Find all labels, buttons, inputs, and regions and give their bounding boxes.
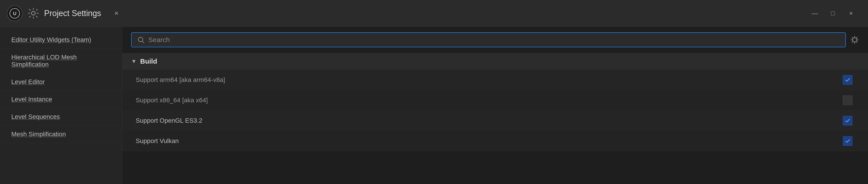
tab-close-button[interactable]: × <box>110 7 123 20</box>
window-close-button[interactable]: × <box>845 8 857 19</box>
svg-point-2 <box>138 37 143 42</box>
maximize-button[interactable]: □ <box>827 8 839 19</box>
checkbox-opengl[interactable] <box>841 116 855 126</box>
table-row: Support x86_64 [aka x64] <box>122 90 868 111</box>
table-row: Support Vulkan <box>122 131 868 151</box>
build-section-header[interactable]: ▼ Build <box>122 53 868 70</box>
settings-list: ▼ Build Support arm64 [aka arm64-v8a] Su… <box>122 53 868 184</box>
section-collapse-arrow: ▼ <box>131 58 136 64</box>
table-row: Support arm64 [aka arm64-v8a] <box>122 70 868 90</box>
window-controls: — □ × <box>809 8 861 19</box>
main-content: Editor Utility Widgets (Team) Hierarchic… <box>0 27 868 184</box>
sidebar-item-mesh-simplification[interactable]: Mesh Simplification <box>0 126 122 143</box>
sidebar-item-level-sequences[interactable]: Level Sequences <box>0 108 122 126</box>
checkbox-arm64-box[interactable] <box>843 75 852 85</box>
search-input[interactable] <box>148 36 840 44</box>
svg-text:U: U <box>13 11 17 16</box>
row-label-opengl: Support OpenGL ES3.2 <box>136 117 841 124</box>
svg-line-3 <box>142 41 144 43</box>
checkbox-arm64[interactable] <box>841 75 855 85</box>
checkbox-x86-box[interactable] <box>843 95 852 105</box>
row-label-x86: Support x86_64 [aka x64] <box>136 97 841 104</box>
ue-logo: U <box>7 5 23 21</box>
sidebar-item-hierarchical-lod[interactable]: Hierarchical LOD Mesh Simplification <box>0 49 122 73</box>
search-settings-button[interactable] <box>850 35 859 44</box>
search-icon <box>137 36 145 44</box>
sidebar-item-editor-utility-widgets[interactable]: Editor Utility Widgets (Team) <box>0 31 122 49</box>
search-wrapper <box>131 32 846 47</box>
checkbox-x86[interactable] <box>841 95 855 105</box>
row-label-arm64: Support arm64 [aka arm64-v8a] <box>136 76 841 84</box>
checkbox-vulkan-box[interactable] <box>843 136 852 146</box>
content-area: ▼ Build Support arm64 [aka arm64-v8a] Su… <box>122 27 868 184</box>
sidebar-item-level-instance[interactable]: Level Instance <box>0 91 122 108</box>
table-row: Support OpenGL ES3.2 <box>122 111 868 131</box>
checkbox-opengl-box[interactable] <box>843 116 852 125</box>
checkbox-vulkan[interactable] <box>841 136 855 146</box>
sidebar: Editor Utility Widgets (Team) Hierarchic… <box>0 27 122 184</box>
window-title: Project Settings <box>44 9 101 18</box>
sidebar-item-level-editor[interactable]: Level Editor <box>0 73 122 91</box>
settings-icon <box>27 7 39 20</box>
title-bar: U Project Settings × — □ × <box>0 0 868 27</box>
minimize-button[interactable]: — <box>809 8 820 19</box>
row-label-vulkan: Support Vulkan <box>136 137 841 145</box>
build-section-title: Build <box>140 58 157 65</box>
search-bar-container <box>122 27 868 53</box>
title-bar-left: U Project Settings × <box>7 5 809 21</box>
